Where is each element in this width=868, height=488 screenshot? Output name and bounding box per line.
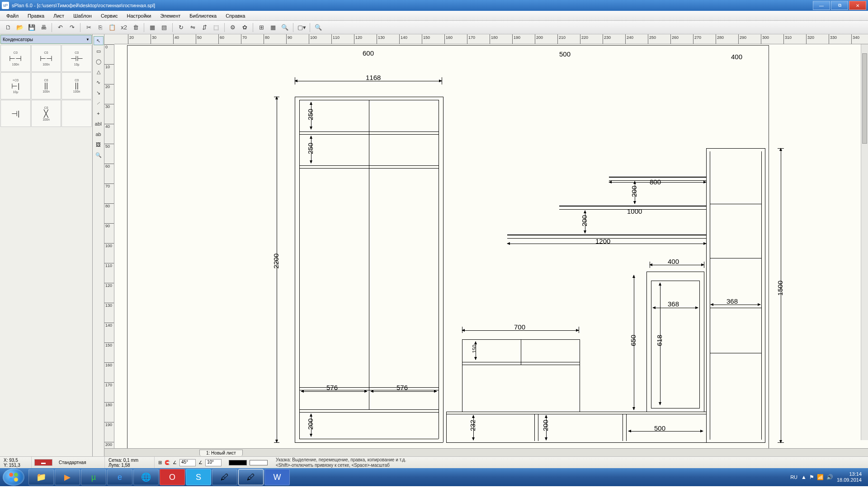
dim-label: 250 [307, 143, 314, 154]
menu-Элемент[interactable]: Элемент [156, 12, 185, 20]
view-mode[interactable]: Стандартная [55, 457, 105, 468]
coord-x: X: 93,5 [4, 458, 28, 463]
task-splan[interactable]: 🖊 [238, 469, 264, 485]
duplicate-button[interactable]: x2 [118, 22, 129, 33]
task-paint[interactable]: 🖊 [212, 469, 237, 485]
grid-icon[interactable]: ⊞ [158, 460, 162, 465]
tool-button[interactable]: ▭ [94, 47, 104, 56]
tray-volume-icon[interactable]: 🔊 [826, 474, 833, 480]
menu-Файл[interactable]: Файл [2, 12, 23, 20]
dim-label: 368 [726, 297, 738, 305]
tool-button[interactable]: △ [94, 67, 104, 76]
rotate-button[interactable]: ↻ [175, 22, 186, 33]
library-component[interactable]: C0||100n [31, 72, 61, 99]
search-button[interactable]: 🔍 [279, 22, 290, 33]
library-component[interactable]: C0||100n [61, 72, 92, 99]
gear-button[interactable]: ✿ [239, 22, 250, 33]
vertical-scrollbar[interactable] [861, 44, 868, 440]
coord-y: Y: 151,3 [4, 463, 28, 468]
dim-label: 400 [726, 448, 738, 448]
task-ie[interactable]: e [107, 469, 132, 485]
tool-button[interactable]: ↘ [94, 88, 104, 97]
tool-button[interactable]: 🔍 [94, 150, 104, 160]
back-button[interactable]: ▧ [159, 22, 170, 33]
mirror-h-button[interactable]: ⇋ [187, 22, 198, 33]
library-component[interactable]: ⊣| [0, 100, 31, 127]
menu-Сервис[interactable]: Сервис [96, 12, 123, 20]
page-button[interactable]: ▢▾ [296, 22, 307, 33]
cut-button[interactable]: ✂ [83, 22, 94, 33]
delete-button[interactable]: 🗑 [130, 22, 141, 33]
component-button[interactable]: ⚙ [227, 22, 238, 33]
task-wmp[interactable]: ▶ [55, 469, 80, 485]
new-file-button[interactable]: 🗋 [3, 22, 14, 33]
library-component[interactable] [61, 100, 92, 127]
dim-label: 576 [326, 384, 338, 391]
minimize-button[interactable]: — [813, 1, 830, 10]
magnet-icon[interactable]: 🧲 [165, 460, 170, 465]
menu-Шаблон[interactable]: Шаблон [69, 12, 96, 20]
tool-button[interactable]: + [94, 109, 104, 118]
zoom-button[interactable]: 🔍 [313, 22, 324, 33]
start-button[interactable] [3, 469, 24, 486]
task-utorrent[interactable]: µ [81, 469, 106, 485]
angle2-input[interactable]: 10° [205, 459, 222, 466]
tray-network-icon[interactable]: 📶 [817, 474, 824, 480]
lang-indicator[interactable]: ▬ [34, 459, 52, 466]
library-component[interactable]: +C0⊢|10µ [0, 72, 31, 99]
save-file-button[interactable]: 💾 [26, 22, 37, 33]
menu-Лист[interactable]: Лист [49, 12, 69, 20]
sheet-tab[interactable]: 1: Новый лист [199, 450, 243, 456]
tray-lang[interactable]: RU [790, 474, 797, 480]
tool-button[interactable]: ⟋ [94, 99, 104, 108]
angle1-input[interactable]: 45° [179, 459, 196, 466]
task-chrome[interactable]: 🌐 [133, 469, 159, 485]
close-button[interactable]: ✕ [849, 1, 866, 10]
dim-label: 650 [629, 335, 637, 346]
print-button[interactable]: 🖶 [38, 22, 49, 33]
task-opera[interactable]: O [160, 469, 185, 485]
mirror-v-button[interactable]: ⇵ [199, 22, 210, 33]
ruler-vertical: 0102030405060708090100110120130140150160… [104, 44, 114, 448]
menu-Настройки[interactable]: Настройки [123, 12, 156, 20]
tool-button[interactable]: abI [94, 119, 104, 128]
maximize-button[interactable]: ⧉ [831, 1, 848, 10]
tray-up-icon[interactable]: ▲ [801, 474, 807, 480]
grid-toggle-button[interactable]: ▦ [268, 22, 278, 33]
group-button[interactable]: ⬚ [211, 22, 222, 33]
front-button[interactable]: ▦ [147, 22, 158, 33]
redo-button[interactable]: ↷ [66, 22, 77, 33]
task-explorer[interactable]: 📁 [28, 469, 54, 485]
library-component[interactable]: C0╳100n [31, 100, 61, 127]
library-component[interactable]: C0⊢⊣100n [31, 45, 61, 72]
tool-button[interactable]: ∿ [94, 78, 104, 87]
menu-Правка[interactable]: Правка [23, 12, 49, 20]
drawing-canvas[interactable]: 600 500 400 1168 [114, 44, 868, 448]
grid-info: Сетка: 0,1 mm [108, 458, 151, 463]
line-color-swatch[interactable] [229, 460, 247, 465]
menu-bar: ФайлПравкаЛистШаблонСервисНастройкиЭлеме… [0, 11, 868, 21]
menu-Справка[interactable]: Справка [221, 12, 250, 20]
undo-button[interactable]: ↶ [55, 22, 66, 33]
window-titlebar: sP sPlan 6.0 - [c:\users\Тимофей\desktop… [0, 0, 868, 11]
tool-button[interactable]: ◯ [94, 57, 104, 66]
tray-flag-icon[interactable]: ⚑ [809, 474, 814, 480]
tool-button[interactable]: 🖼 [94, 140, 104, 149]
library-component[interactable]: C0⊣⊢10µ [61, 45, 92, 72]
open-file-button[interactable]: 📂 [14, 22, 25, 33]
tray-clock[interactable]: 13:14 18.09.2014 [837, 471, 862, 483]
paste-button[interactable]: 📋 [107, 22, 118, 33]
svg-point-0 [9, 473, 13, 477]
tool-button[interactable]: ↖ [94, 36, 104, 45]
dim-label: 400 [668, 258, 679, 265]
library-category-combo[interactable]: Конденсаторы [0, 35, 92, 44]
task-word[interactable]: W [264, 469, 290, 485]
task-skype[interactable]: S [186, 469, 211, 485]
tool-button[interactable]: ab [94, 130, 104, 139]
library-component[interactable]: C0⊢⊣100n [0, 45, 31, 72]
library-panel: Конденсаторы C0⊢⊣100nC0⊢⊣100nC0⊣⊢10µ+C0⊢… [0, 34, 93, 456]
copy-button[interactable]: ⎘ [95, 22, 106, 33]
fill-color-swatch[interactable] [250, 460, 268, 465]
snap-button[interactable]: ⊞ [256, 22, 267, 33]
menu-Библиотека[interactable]: Библиотека [185, 12, 221, 20]
